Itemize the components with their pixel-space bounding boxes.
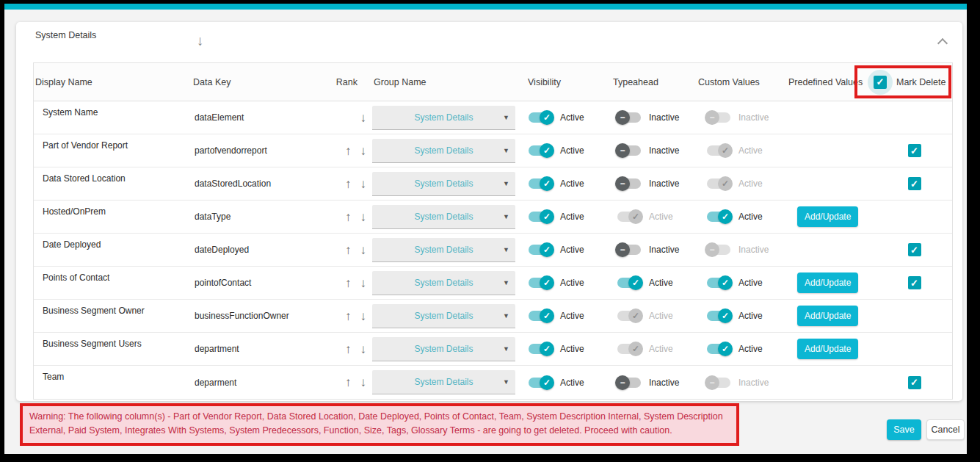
typeahead-cell: ✓ Active bbox=[611, 342, 697, 356]
typeahead-label: Active bbox=[649, 278, 673, 288]
toggle-state-icon: − bbox=[709, 113, 714, 122]
mark-delete-cell: ✓ bbox=[876, 276, 952, 289]
caret-down-icon: ▼ bbox=[503, 180, 509, 187]
mark-delete-checkbox[interactable]: ✓ bbox=[908, 243, 921, 256]
toggle-state-icon: ✓ bbox=[543, 212, 551, 221]
caret-down-icon: ▼ bbox=[503, 279, 509, 286]
data-key-cell: dataType bbox=[192, 212, 327, 222]
table-row: Team deparment ↑ ↓ System Details ▼ ✓ Ac… bbox=[34, 366, 952, 399]
column-header-typeahead: Typeahead bbox=[611, 77, 697, 87]
typeahead-cell: − Inactive bbox=[611, 110, 697, 125]
visibility-toggle[interactable]: ✓ bbox=[526, 242, 554, 257]
group-name-select[interactable]: System Details ▼ bbox=[372, 271, 515, 295]
group-name-select[interactable]: System Details ▼ bbox=[372, 106, 515, 130]
group-name-select[interactable]: System Details ▼ bbox=[372, 172, 515, 196]
display-name: Business Segment Owner bbox=[43, 306, 145, 316]
group-name-value: System Details bbox=[414, 245, 473, 255]
custom-values-toggle[interactable]: ✓ bbox=[705, 308, 733, 323]
custom-values-label: Inactive bbox=[738, 378, 769, 388]
column-header-mark-delete: ✓ Mark Delete bbox=[866, 70, 952, 95]
group-name-cell: System Details ▼ bbox=[372, 106, 526, 130]
rank-up-icon[interactable]: ↑ bbox=[345, 310, 352, 322]
check-icon: ✓ bbox=[910, 245, 918, 256]
data-key-cell: dataElement bbox=[192, 112, 327, 123]
add-update-button[interactable]: Add/Update bbox=[797, 206, 858, 227]
group-name-select[interactable]: System Details ▼ bbox=[372, 304, 515, 328]
cancel-button[interactable]: Cancel bbox=[926, 419, 965, 440]
custom-values-toggle[interactable]: ✓ bbox=[705, 342, 733, 356]
visibility-toggle[interactable]: ✓ bbox=[526, 176, 554, 191]
toggle-state-icon: ✓ bbox=[632, 344, 639, 353]
rank-up-icon[interactable]: ↑ bbox=[345, 376, 352, 389]
toggle-state-icon: − bbox=[620, 245, 625, 254]
display-name-cell: Data Stored Location bbox=[34, 167, 192, 184]
group-name-select[interactable]: System Details ▼ bbox=[372, 139, 515, 163]
rank-down-icon[interactable]: ↓ bbox=[360, 178, 367, 190]
rank-down-icon[interactable]: ↓ bbox=[360, 376, 367, 389]
typeahead-toggle[interactable]: − bbox=[615, 176, 643, 191]
rank-up-icon[interactable]: ↑ bbox=[345, 277, 352, 289]
group-name-select[interactable]: System Details ▼ bbox=[372, 205, 515, 229]
toggle-state-icon: ✓ bbox=[543, 146, 551, 155]
caret-down-icon: ▼ bbox=[503, 378, 509, 386]
typeahead-toggle[interactable]: − bbox=[615, 143, 643, 158]
rank-down-icon[interactable]: ↓ bbox=[360, 277, 367, 289]
mark-delete-checkbox[interactable]: ✓ bbox=[908, 276, 921, 289]
visibility-toggle[interactable]: ✓ bbox=[526, 143, 554, 158]
typeahead-cell: ✓ Active bbox=[611, 308, 697, 323]
display-name: Hosted/OnPrem bbox=[43, 206, 106, 217]
collapse-chevron-up-icon[interactable] bbox=[937, 38, 948, 48]
custom-values-cell: ✓ Active bbox=[697, 308, 787, 323]
mark-delete-checkbox[interactable]: ✓ bbox=[908, 177, 921, 190]
rank-down-icon[interactable]: ↓ bbox=[360, 310, 367, 322]
mark-delete-checkbox[interactable]: ✓ bbox=[908, 144, 921, 157]
table-row: Data Stored Location dataStoredLocation … bbox=[34, 167, 952, 201]
typeahead-toggle: ✓ bbox=[615, 209, 643, 224]
visibility-toggle[interactable]: ✓ bbox=[526, 110, 554, 125]
visibility-toggle[interactable]: ✓ bbox=[526, 342, 554, 356]
visibility-label: Active bbox=[560, 212, 584, 222]
visibility-cell: ✓ Active bbox=[526, 110, 611, 125]
rank-up-icon[interactable]: ↑ bbox=[345, 244, 352, 256]
rank-up-icon[interactable]: ↑ bbox=[345, 211, 352, 223]
group-name-select[interactable]: System Details ▼ bbox=[372, 337, 515, 361]
group-name-select[interactable]: System Details ▼ bbox=[372, 370, 515, 394]
rank-down-icon[interactable]: ↓ bbox=[360, 343, 367, 355]
visibility-label: Active bbox=[560, 112, 584, 123]
custom-values-toggle[interactable]: ✓ bbox=[705, 275, 733, 290]
group-name-value: System Details bbox=[414, 145, 473, 156]
visibility-toggle[interactable]: ✓ bbox=[526, 308, 554, 323]
add-update-button[interactable]: Add/Update bbox=[797, 306, 858, 326]
typeahead-toggle[interactable]: − bbox=[615, 242, 643, 257]
save-button[interactable]: Save bbox=[887, 419, 921, 440]
toggle-state-icon: ✓ bbox=[632, 212, 639, 221]
group-name-select[interactable]: System Details ▼ bbox=[372, 238, 515, 262]
caret-down-icon: ▼ bbox=[503, 147, 509, 154]
display-name-cell: Business Segment Owner bbox=[34, 300, 192, 316]
table-row: System Name dataElement ↓ System Details… bbox=[34, 101, 952, 134]
custom-values-toggle[interactable]: ✓ bbox=[705, 209, 733, 224]
rank-cell: ↑ ↓ bbox=[327, 244, 372, 256]
custom-values-cell: ✓ Active bbox=[697, 275, 787, 290]
rank-up-icon[interactable]: ↑ bbox=[345, 145, 352, 157]
column-header-custom-values: Custom Values bbox=[697, 77, 787, 87]
mark-delete-all-checkbox[interactable]: ✓ bbox=[874, 76, 887, 89]
visibility-toggle[interactable]: ✓ bbox=[526, 275, 554, 290]
visibility-toggle[interactable]: ✓ bbox=[526, 209, 554, 224]
rank-down-icon[interactable]: ↓ bbox=[360, 112, 367, 124]
rank-down-icon[interactable]: ↓ bbox=[360, 211, 367, 223]
panel-move-down-icon[interactable]: ↓ bbox=[197, 34, 204, 48]
typeahead-toggle[interactable]: ✓ bbox=[615, 275, 643, 290]
toggle-state-icon: ✓ bbox=[543, 344, 551, 353]
add-update-button[interactable]: Add/Update bbox=[797, 339, 858, 359]
rank-down-icon[interactable]: ↓ bbox=[360, 145, 367, 157]
visibility-toggle[interactable]: ✓ bbox=[526, 375, 554, 390]
rank-up-icon[interactable]: ↑ bbox=[345, 343, 352, 355]
mark-delete-checkbox[interactable]: ✓ bbox=[908, 376, 921, 389]
typeahead-label: Inactive bbox=[649, 245, 679, 255]
add-update-button[interactable]: Add/Update bbox=[797, 272, 858, 293]
rank-down-icon[interactable]: ↓ bbox=[360, 244, 367, 256]
typeahead-toggle[interactable]: − bbox=[615, 110, 643, 125]
typeahead-toggle[interactable]: − bbox=[615, 375, 643, 390]
rank-up-icon[interactable]: ↑ bbox=[345, 178, 352, 190]
